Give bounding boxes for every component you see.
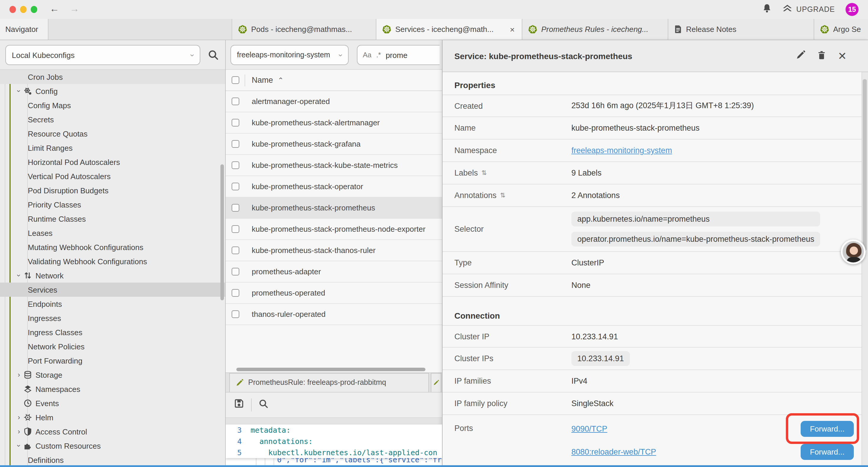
port-link[interactable]: 9090/TCP: [571, 425, 608, 433]
tab-services[interactable]: Services - icecheng@math...×: [376, 19, 522, 39]
sidebar-item-services[interactable]: Services: [0, 283, 225, 297]
close-window-button[interactable]: [9, 6, 16, 13]
sidebar-item-network[interactable]: ›Network: [0, 268, 225, 283]
table-row-kube-prometheus-stack-alertmanager[interactable]: kube-prometheus-stack-alertmanager: [226, 112, 442, 134]
select-all-checkbox[interactable]: [231, 76, 239, 84]
tab-navigator[interactable]: Navigator: [0, 19, 49, 39]
table-row-kube-prometheus-stack-grafana[interactable]: kube-prometheus-stack-grafana: [226, 134, 442, 155]
sidebar-item-network-policies[interactable]: Network Policies: [0, 339, 225, 353]
sort-ascending-icon[interactable]: ⌃: [278, 76, 284, 84]
sidebar-item-horizontal-pod-autoscalers[interactable]: Horizontal Pod Autoscalers: [0, 155, 225, 169]
save-icon[interactable]: [234, 399, 244, 411]
user-avatar[interactable]: [841, 239, 866, 264]
sidebar-item-cron-jobs[interactable]: Cron Jobs: [0, 70, 225, 84]
table-row-kube-prometheus-stack-prometheus[interactable]: kube-prometheus-stack-prometheus: [226, 198, 442, 219]
close-panel-icon[interactable]: ✕: [838, 51, 847, 61]
sidebar-item-leases[interactable]: Leases: [0, 226, 225, 240]
property-value[interactable]: 2 Annotations: [571, 191, 620, 200]
filter-input[interactable]: Aa .* prome: [357, 45, 440, 65]
editor-tab-prometheusrule[interactable]: PrometheusRule: freeleaps-prod-rabbitmq: [229, 373, 429, 391]
row-checkbox[interactable]: [231, 204, 239, 212]
sidebar-item-config[interactable]: ›Config: [0, 84, 225, 98]
upgrade-button[interactable]: UPGRADE: [782, 5, 835, 14]
history-forward-button[interactable]: →: [70, 4, 79, 13]
table-row-prometheus-adapter[interactable]: prometheus-adapter: [226, 261, 442, 283]
namespace-link[interactable]: freeleaps-monitoring-system: [571, 146, 672, 155]
horizontal-scrollbar-thumb[interactable]: [236, 368, 426, 371]
sidebar-item-access-control[interactable]: ›Access Control: [0, 425, 225, 439]
expand-updown-icon[interactable]: ⇅: [482, 169, 487, 177]
kubeconfig-selector[interactable]: Local Kubeconfigs ›: [5, 45, 200, 65]
selector-chip[interactable]: app.kubernetes.io/name=prometheus: [571, 212, 820, 226]
tab-release-notes[interactable]: Release Notes: [668, 19, 814, 39]
sidebar-search-icon[interactable]: [208, 50, 219, 63]
yaml-editor[interactable]: 3metadata:4annotations:5kubectl.kubernet…: [226, 424, 442, 465]
sidebar-item-ingress-classes[interactable]: Ingress Classes: [0, 325, 225, 339]
history-back-button[interactable]: ←: [50, 4, 59, 13]
sidebar-item-helm[interactable]: ›Helm: [0, 410, 225, 425]
match-case-icon[interactable]: Aa: [363, 51, 371, 59]
sidebar-item-limit-ranges[interactable]: Limit Ranges: [0, 141, 225, 155]
chevron-collapsed-icon[interactable]: ›: [14, 371, 24, 379]
port-link[interactable]: 8080:reloader-web/TCP: [571, 447, 656, 456]
tab-argo[interactable]: Argo Se: [814, 19, 868, 39]
chevron-collapsed-icon[interactable]: ›: [14, 413, 24, 421]
property-value[interactable]: 9 Labels: [571, 169, 601, 177]
horizontal-scrollbar[interactable]: [226, 366, 442, 372]
forward-button[interactable]: Forward...: [801, 421, 854, 437]
row-checkbox[interactable]: [231, 183, 239, 191]
chevron-collapsed-icon[interactable]: ›: [14, 428, 24, 436]
editor-search-icon[interactable]: [259, 399, 268, 411]
row-checkbox[interactable]: [231, 140, 239, 148]
row-checkbox[interactable]: [231, 225, 239, 233]
namespace-selector[interactable]: freeleaps-monitoring-system ›: [230, 45, 349, 65]
tab-prometheus-rules[interactable]: Prometheus Rules - icecheng...: [522, 19, 668, 39]
row-checkbox[interactable]: [231, 119, 239, 126]
sidebar-item-endpoints[interactable]: Endpoints: [0, 297, 225, 311]
notifications-bell-icon[interactable]: [762, 3, 771, 16]
sidebar-item-mutating-webhook-configurations[interactable]: Mutating Webhook Configurations: [0, 240, 225, 254]
sidebar-item-vertical-pod-autoscalers[interactable]: Vertical Pod Autoscalers: [0, 169, 225, 183]
chevron-expanded-icon[interactable]: ›: [15, 441, 23, 450]
sidebar-item-resource-quotas[interactable]: Resource Quotas: [0, 126, 225, 141]
table-row-alertmanager-operated[interactable]: alertmanager-operated: [226, 91, 442, 112]
row-checkbox[interactable]: [231, 268, 239, 275]
sidebar-item-pod-disruption-budgets[interactable]: Pod Disruption Budgets: [0, 183, 225, 198]
sidebar-item-config-maps[interactable]: Config Maps: [0, 98, 225, 112]
row-checkbox[interactable]: [231, 246, 239, 254]
expand-updown-icon[interactable]: ⇅: [500, 192, 505, 199]
row-checkbox[interactable]: [231, 97, 239, 105]
table-row-thanos-ruler-operated[interactable]: thanos-ruler-operated: [226, 304, 442, 325]
detail-scrollbar[interactable]: [862, 72, 868, 465]
row-checkbox[interactable]: [231, 310, 239, 318]
chevron-expanded-icon[interactable]: ›: [15, 86, 23, 96]
selector-chip[interactable]: operator.prometheus.io/name=kube-prometh…: [571, 232, 820, 246]
forward-button[interactable]: Forward...: [801, 444, 854, 460]
minimize-window-button[interactable]: [20, 6, 27, 13]
sidebar-item-secrets[interactable]: Secrets: [0, 112, 225, 126]
maximize-window-button[interactable]: [31, 6, 37, 13]
table-row-kube-prometheus-stack-thanos-ruler[interactable]: kube-prometheus-stack-thanos-ruler: [226, 240, 442, 261]
sidebar-scrollbar[interactable]: [220, 164, 224, 300]
chevron-expanded-icon[interactable]: ›: [15, 271, 23, 280]
sidebar-item-validating-webhook-configurations[interactable]: Validating Webhook Configurations: [0, 254, 225, 268]
sidebar-item-port-forwarding[interactable]: Port Forwarding: [0, 353, 225, 368]
sidebar-item-storage[interactable]: ›Storage: [0, 368, 225, 382]
table-row-kube-prometheus-stack-kube-state-metrics[interactable]: kube-prometheus-stack-kube-state-metrics: [226, 155, 442, 176]
row-checkbox[interactable]: [231, 289, 239, 297]
sidebar-item-priority-classes[interactable]: Priority Classes: [0, 198, 225, 212]
edit-pencil-icon[interactable]: [796, 50, 805, 62]
sidebar-item-custom-resources[interactable]: ›Custom Resources: [0, 439, 225, 453]
editor-tab-partial[interactable]: [431, 373, 441, 391]
sidebar-item-events[interactable]: ›Events: [0, 396, 225, 410]
close-tab-icon[interactable]: ×: [509, 25, 516, 34]
table-row-kube-prometheus-stack-operator[interactable]: kube-prometheus-stack-operator: [226, 176, 442, 198]
delete-trash-icon[interactable]: [817, 50, 826, 62]
sidebar-item-namespaces[interactable]: ›Namespaces: [0, 382, 225, 396]
notification-count-badge[interactable]: 15: [845, 3, 859, 16]
table-row-prometheus-operated[interactable]: prometheus-operated: [226, 283, 442, 304]
sidebar-item-runtime-classes[interactable]: Runtime Classes: [0, 212, 225, 226]
regex-icon[interactable]: .*: [376, 51, 381, 59]
sidebar-item-definitions[interactable]: Definitions: [0, 453, 225, 465]
name-column-header[interactable]: Name: [252, 76, 273, 85]
